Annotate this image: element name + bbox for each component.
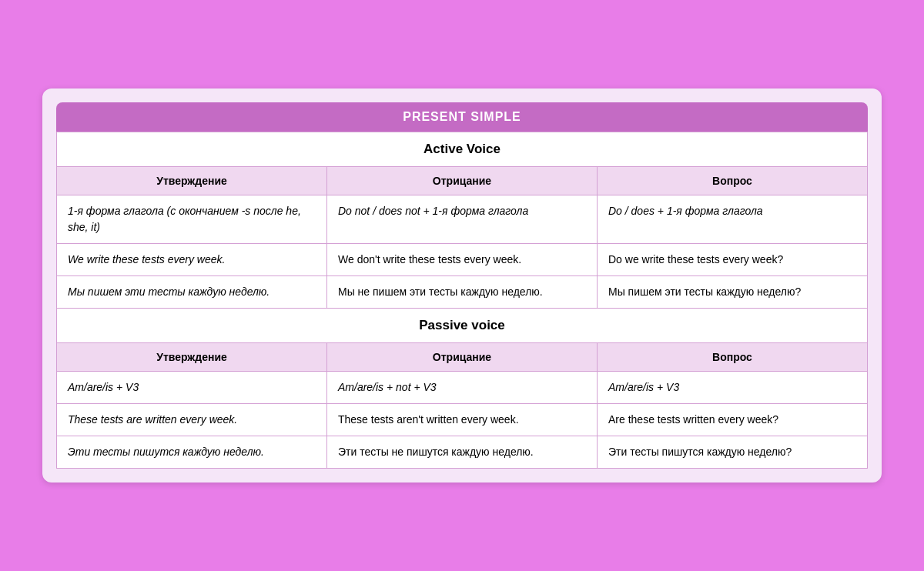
passive-col-1: Утверждение [57,343,327,372]
active-r3-c2: Мы не пишем эти тесты каждую неделю. [327,276,598,309]
active-r3-c1: Мы пишем эти тесты каждую неделю. [57,276,327,309]
passive-r2-c1: These tests are written every week. [57,404,327,436]
page-title: PRESENT SIMPLE [403,110,521,123]
active-r2-c1: We write these tests every week. [57,244,327,276]
passive-row-3: Эти тесты пишутся каждую неделю. Эти тес… [57,436,868,469]
passive-voice-header-row: Passive voice [57,309,868,343]
passive-r2-c2: These tests aren't written every week. [327,404,598,436]
title-bar: PRESENT SIMPLE [56,102,868,132]
active-col-3: Вопрос [598,167,868,195]
passive-voice-label: Passive voice [57,309,868,343]
passive-r1-c1: Am/are/is + V3 [57,372,327,404]
passive-voice-col-headers: Утверждение Отрицание Вопрос [57,343,868,372]
active-r1-c3: Do / does + 1-я форма глагола [598,195,868,244]
passive-r3-c3: Эти тесты пишутся каждую неделю? [598,436,868,469]
passive-r3-c2: Эти тесты не пишутся каждую неделю. [327,436,598,469]
passive-row-2: These tests are written every week. Thes… [57,404,868,436]
active-voice-col-headers: Утверждение Отрицание Вопрос [57,167,868,195]
passive-col-2: Отрицание [327,343,598,372]
passive-r1-c3: Am/are/is + V3 [598,372,868,404]
active-voice-label: Active Voice [57,132,868,167]
active-row-1: 1-я форма глагола (с окончанием -s после… [57,195,868,244]
active-row-2: We write these tests every week. We don'… [57,244,868,276]
active-r2-c2: We don't write these tests every week. [327,244,598,276]
active-r1-c2: Do not / does not + 1-я форма глагола [327,195,598,244]
passive-col-3: Вопрос [598,343,868,372]
active-col-1: Утверждение [57,167,327,195]
passive-row-1: Am/are/is + V3 Am/are/is + not + V3 Am/a… [57,372,868,404]
main-card: PRESENT SIMPLE Active Voice Утверждение … [42,88,882,483]
passive-r2-c3: Are these tests written every week? [598,404,868,436]
active-row-3: Мы пишем эти тесты каждую неделю. Мы не … [57,276,868,309]
active-r3-c3: Мы пишем эти тесты каждую неделю? [598,276,868,309]
active-r2-c3: Do we write these tests every week? [598,244,868,276]
passive-r3-c1: Эти тесты пишутся каждую неделю. [57,436,327,469]
active-col-2: Отрицание [327,167,598,195]
active-r1-c1: 1-я форма глагола (с окончанием -s после… [57,195,327,244]
passive-r1-c2: Am/are/is + not + V3 [327,372,598,404]
grammar-table: Active Voice Утверждение Отрицание Вопро… [56,132,868,469]
active-voice-header-row: Active Voice [57,132,868,167]
